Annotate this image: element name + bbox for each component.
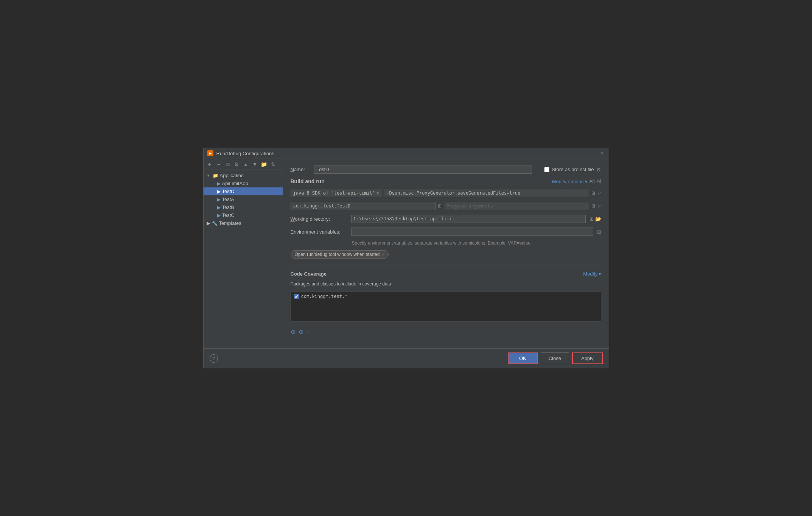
expand-arrow-application: ▼ [207, 173, 211, 178]
coverage-actions: ⊕ ⊕ − [291, 328, 601, 335]
config-tree: ▼ 📁 Application ▶ ApiLimitAop ▶ TestD ▶ [204, 170, 283, 348]
config-label-testc: TestC [222, 212, 235, 218]
help-button[interactable]: ? [210, 354, 218, 363]
modify-options-label: Modify options [552, 179, 584, 184]
right-panel: Name: Store as project file ⚙ Build and … [283, 159, 609, 348]
main-content: + − ⧉ ⚙ ▲ ▼ 📁 ⇅ ▼ 📁 Application ▶ [204, 159, 609, 348]
main-class-expand-icon[interactable]: ⊞ [438, 203, 442, 209]
title-bar: ▶ Run/Debug Configurations × [204, 148, 609, 159]
tags-area: Open run/debug tool window when started … [291, 250, 601, 259]
env-vars-copy-icon[interactable]: ⊞ [597, 229, 601, 235]
settings-button[interactable]: ⚙ [233, 161, 241, 168]
apply-button[interactable]: Apply [572, 352, 603, 364]
coverage-table: com.kinggm.test.* [291, 291, 601, 321]
name-label: Name: [291, 167, 310, 172]
vm-expand-icon[interactable]: ⊞ [591, 190, 595, 196]
ok-button[interactable]: OK [508, 352, 538, 364]
close-icon[interactable]: × [599, 150, 605, 156]
build-run-header: Build and run Modify options ▾ Alt+M [291, 178, 601, 184]
left-toolbar: + − ⧉ ⚙ ▲ ▼ 📁 ⇅ [204, 159, 283, 170]
shortcut-hint: Alt+M [589, 179, 601, 184]
tag-chip-label: Open run/debug tool window when started [295, 252, 380, 257]
env-vars-icons: ⊞ [597, 229, 601, 235]
code-coverage-modify-button[interactable]: Modify ▾ [583, 271, 601, 277]
expand-arrow-templates: ▶ [207, 220, 210, 226]
sort-button[interactable]: ⇅ [269, 161, 277, 168]
main-class-input[interactable] [291, 202, 436, 210]
tree-group-application[interactable]: ▼ 📁 Application [204, 171, 283, 179]
sdk-select[interactable]: java 8 SDK of 'test-api-limit' ▼ [291, 189, 382, 197]
env-vars-input[interactable] [351, 228, 593, 236]
config-label-testa: TestA [222, 196, 235, 202]
copy-config-button[interactable]: ⧉ [224, 161, 232, 168]
tree-item-apilimitaop[interactable]: ▶ ApiLimitAop [204, 179, 283, 187]
working-dir-browse-icon[interactable]: 📂 [595, 216, 601, 222]
coverage-entry-checkbox[interactable] [294, 294, 299, 299]
coverage-add-package-button[interactable]: ⊕ [291, 328, 296, 335]
working-dir-input[interactable] [351, 215, 586, 223]
prog-args-fullscreen-icon[interactable]: ⤢ [597, 203, 601, 209]
prog-args-expand-icon[interactable]: ⊞ [591, 203, 595, 209]
coverage-remove-button[interactable]: − [306, 329, 310, 335]
working-dir-icons: ⊞ 📂 [590, 216, 601, 222]
vm-fullscreen-icon[interactable]: ⤢ [597, 190, 601, 196]
working-dir-copy-icon[interactable]: ⊞ [590, 216, 594, 222]
code-coverage-modify-arrow: ▾ [599, 271, 601, 277]
move-down-button[interactable]: ▼ [251, 161, 259, 168]
store-label: Store as project file [552, 167, 594, 172]
tag-chip-run-debug: Open run/debug tool window when started … [291, 250, 389, 259]
program-args-input[interactable] [444, 202, 589, 210]
code-coverage-title: Code Coverage [291, 271, 327, 277]
env-vars-label: Environment variables: [291, 229, 347, 235]
config-label-apilimitaop: ApiLimitAop [222, 181, 248, 186]
sdk-dropdown-arrow: ▼ [376, 191, 379, 195]
modify-options-arrow: ▾ [585, 179, 588, 184]
title-bar-left: ▶ Run/Debug Configurations [207, 150, 274, 156]
tree-item-testb[interactable]: ▶ TestB [204, 203, 283, 211]
tree-item-testd[interactable]: ▶ TestD [204, 187, 283, 195]
coverage-add-class-button[interactable]: ⊕ [299, 328, 303, 335]
working-dir-label: Working directory: [291, 216, 347, 222]
modify-options-button[interactable]: Modify options ▾ Alt+M [552, 179, 601, 184]
config-icon-testa: ▶ [217, 197, 221, 202]
move-up-button[interactable]: ▲ [242, 161, 250, 168]
dialog-title: Run/Debug Configurations [216, 151, 274, 156]
env-vars-row: Environment variables: ⊞ [291, 228, 601, 236]
vm-options-input[interactable] [384, 189, 589, 197]
application-group-icon: 📁 [213, 173, 218, 178]
store-gear-icon[interactable]: ⚙ [596, 167, 601, 173]
store-as-project-checkbox[interactable] [544, 167, 549, 172]
left-panel: + − ⧉ ⚙ ▲ ▼ 📁 ⇅ ▼ 📁 Application ▶ [204, 159, 283, 348]
tree-item-testa[interactable]: ▶ TestA [204, 195, 283, 203]
folder-button[interactable]: 📁 [260, 161, 268, 168]
code-coverage-modify-label: Modify [583, 271, 597, 277]
app-icon: ▶ [207, 150, 213, 156]
cancel-button[interactable]: Close [541, 352, 569, 364]
tree-item-templates[interactable]: ▶ 🔧 Templates [204, 219, 283, 227]
tree-item-testc[interactable]: ▶ TestC [204, 211, 283, 219]
config-label-testd: TestD [222, 189, 235, 194]
config-icon-testc: ▶ [217, 213, 221, 218]
name-input[interactable] [314, 165, 532, 174]
main-class-row: ⊞ ⊞ ⤢ [291, 202, 601, 210]
footer-buttons: OK Close Apply [508, 352, 603, 364]
coverage-subtitle: Packages and classes to include in cover… [291, 281, 601, 287]
wrench-icon: 🔧 [212, 221, 218, 226]
config-icon-apilimitaop: ▶ [217, 181, 221, 186]
config-label-testb: TestB [222, 204, 235, 210]
coverage-entry: com.kinggm.test.* [294, 294, 598, 299]
tag-chip-close-icon[interactable]: × [382, 252, 384, 257]
coverage-entry-label: com.kinggm.test.* [301, 294, 348, 299]
config-icon-testd: ▶ [217, 189, 221, 194]
build-run-title: Build and run [291, 178, 325, 184]
name-row: Name: Store as project file ⚙ [291, 165, 601, 174]
remove-config-button[interactable]: − [215, 161, 222, 168]
dialog-footer: ? OK Close Apply [204, 348, 609, 368]
templates-label: Templates [219, 220, 241, 226]
divider [291, 265, 601, 265]
store-area: Store as project file ⚙ [544, 167, 601, 173]
application-group-label: Application [220, 173, 244, 178]
add-config-button[interactable]: + [206, 161, 213, 168]
working-dir-row: Working directory: ⊞ 📂 [291, 215, 601, 223]
run-debug-dialog: ▶ Run/Debug Configurations × + − ⧉ ⚙ ▲ ▼… [203, 148, 609, 368]
